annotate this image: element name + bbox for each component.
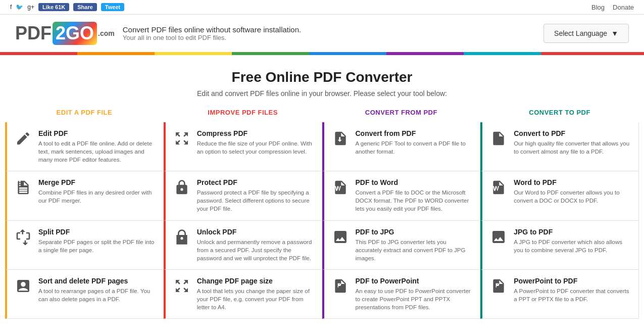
tool-convert-to-pdf[interactable]: Convert to PDF Our high quality file con… <box>480 122 639 171</box>
fb-like-button[interactable]: Like 61K <box>38 3 69 11</box>
language-select-button[interactable]: Select Language ▼ <box>543 24 629 43</box>
convert-from-pdf-icon <box>331 129 350 148</box>
tool-edit-pdf[interactable]: Edit PDF A tool to edit a PDF file onlin… <box>5 122 164 171</box>
ppt-to-pdf-title: PowerPoint to PDF <box>514 277 631 285</box>
tool-pdf-to-jpg[interactable]: PDF to JPG This PDF to JPG converter let… <box>322 221 481 270</box>
blog-link[interactable]: Blog <box>591 4 605 11</box>
header-left: PDF 2GO .com Convert PDF files online wi… <box>15 22 301 45</box>
col-header-edit: EDIT A PDF FILE <box>5 107 164 118</box>
unlock-pdf-desc: Unlock and permanently remove a password… <box>197 238 315 262</box>
page-title: Free Online PDF Converter <box>10 69 634 85</box>
tagline-main: Convert PDF files online without softwar… <box>123 25 302 34</box>
logo-pdf: PDF <box>15 23 52 44</box>
logo-2go: 2GO <box>53 22 97 45</box>
edit-pdf-info: Edit PDF A tool to edit a PDF file onlin… <box>38 129 156 164</box>
top-bar: f 🐦 g+ Like 61K Share Tweet Blog Donate <box>0 0 644 15</box>
pdf-to-jpg-icon <box>331 228 350 246</box>
change-page-size-info: Change PDF page size A tool that lets yo… <box>197 277 315 311</box>
unlock-pdf-info: Unlock PDF Unlock and permanently remove… <box>197 228 315 262</box>
merge-pdf-info: Merge PDF Combine PDF files in any desir… <box>38 178 156 205</box>
pdf-to-jpg-info: PDF to JPG This PDF to JPG converter let… <box>356 228 473 262</box>
logo-tagline: Convert PDF files online without softwar… <box>123 25 302 41</box>
tool-convert-from-pdf[interactable]: Convert from PDF A generic PDF Tool to c… <box>322 122 481 171</box>
change-page-size-title: Change PDF page size <box>197 277 315 285</box>
col-header-from: CONVERT FROM PDF <box>322 107 481 118</box>
col-header-improve: IMPROVE PDF FILES <box>164 107 322 118</box>
split-pdf-desc: Separate PDF pages or split the PDF file… <box>38 238 156 254</box>
social-buttons: f 🐦 g+ Like 61K Share Tweet <box>10 3 124 11</box>
compress-pdf-title: Compress PDF <box>197 129 315 137</box>
convert-from-pdf-title: Convert from PDF <box>356 129 473 137</box>
edit-pdf-title: Edit PDF <box>38 129 156 137</box>
tool-compress-pdf[interactable]: Compress PDF Reduce the file size of you… <box>164 122 322 171</box>
ppt-to-pdf-desc: A PowerPoint to PDF converter that conve… <box>514 287 631 303</box>
tools-grid: Edit PDF A tool to edit a PDF file onlin… <box>0 122 644 319</box>
sort-delete-icon <box>14 277 32 295</box>
jpg-to-pdf-icon <box>489 228 508 246</box>
pdf-to-word-title: PDF to Word <box>356 178 473 186</box>
tool-sort-delete[interactable]: Sort and delete PDF pages A tool to rear… <box>5 270 164 319</box>
pdf-to-jpg-title: PDF to JPG <box>356 228 473 236</box>
compress-pdf-icon <box>173 129 191 148</box>
word-to-pdf-info: Word to PDF Our Word to PDF converter al… <box>514 178 631 205</box>
protect-pdf-info: Protect PDF Password protect a PDF file … <box>197 178 315 213</box>
page-subtitle: Edit and convert PDF files online in you… <box>10 89 634 98</box>
tool-protect-pdf[interactable]: Protect PDF Password protect a PDF file … <box>164 171 322 220</box>
tagline-sub: Your all in one tool to edit PDF files. <box>123 34 302 41</box>
pdf-to-word-icon <box>331 178 350 197</box>
ppt-to-pdf-info: PowerPoint to PDF A PowerPoint to PDF co… <box>514 277 631 303</box>
change-page-size-desc: A tool that lets you change the paper si… <box>197 287 315 311</box>
merge-pdf-title: Merge PDF <box>38 178 156 186</box>
convert-from-pdf-desc: A generic PDF Tool to convert a PDF file… <box>356 139 473 156</box>
logo: PDF 2GO .com <box>15 22 115 45</box>
tool-split-pdf[interactable]: Split PDF Separate PDF pages or split th… <box>5 221 164 270</box>
unlock-pdf-icon <box>173 228 191 246</box>
convert-to-pdf-title: Convert to PDF <box>514 129 631 137</box>
tool-change-page-size[interactable]: Change PDF page size A tool that lets yo… <box>164 270 322 319</box>
pdf-to-jpg-desc: This PDF to JPG converter lets you accur… <box>356 238 473 262</box>
split-pdf-info: Split PDF Separate PDF pages or split th… <box>38 228 156 254</box>
tool-word-to-pdf[interactable]: Word to PDF Our Word to PDF converter al… <box>480 171 639 220</box>
convert-to-pdf-info: Convert to PDF Our high quality file con… <box>514 129 631 156</box>
change-page-size-icon <box>173 277 191 295</box>
hero-section: Free Online PDF Converter Edit and conve… <box>0 55 644 107</box>
pdf-to-word-desc: Convert a PDF file to DOC or the Microso… <box>356 188 473 213</box>
header: PDF 2GO .com Convert PDF files online wi… <box>0 15 644 52</box>
tool-pdf-to-word[interactable]: PDF to Word Convert a PDF file to DOC or… <box>322 171 481 220</box>
word-to-pdf-icon <box>489 178 508 197</box>
pdf-to-word-info: PDF to Word Convert a PDF file to DOC or… <box>356 178 473 213</box>
protect-pdf-title: Protect PDF <box>197 178 315 186</box>
jpg-to-pdf-info: JPG to PDF A JPG to PDF converter which … <box>514 228 631 254</box>
tw-tweet-button[interactable]: Tweet <box>101 3 124 11</box>
tool-jpg-to-pdf[interactable]: JPG to PDF A JPG to PDF converter which … <box>480 221 639 270</box>
tool-unlock-pdf[interactable]: Unlock PDF Unlock and permanently remove… <box>164 221 322 270</box>
column-headers: EDIT A PDF FILE IMPROVE PDF FILES CONVER… <box>0 107 644 118</box>
sort-delete-title: Sort and delete PDF pages <box>38 277 156 285</box>
merge-pdf-desc: Combine PDF files in any desired order w… <box>38 188 156 205</box>
col-header-to: CONVERT TO PDF <box>480 107 639 118</box>
fb-share-button[interactable]: Share <box>73 3 97 11</box>
twitter-icon: 🐦 <box>16 4 23 11</box>
googleplus-icon: g+ <box>27 4 34 11</box>
sort-delete-desc: A tool to rearrange pages of a PDF file.… <box>38 287 156 303</box>
protect-pdf-icon <box>173 178 191 197</box>
word-to-pdf-title: Word to PDF <box>514 178 631 186</box>
lang-select-label: Select Language <box>554 29 607 37</box>
tool-ppt-to-pdf[interactable]: PowerPoint to PDF A PowerPoint to PDF co… <box>480 270 639 319</box>
split-pdf-title: Split PDF <box>38 228 156 236</box>
unlock-pdf-title: Unlock PDF <box>197 228 315 236</box>
convert-to-pdf-desc: Our high quality file converter that all… <box>514 139 631 156</box>
pdf-to-ppt-info: PDF to PowerPoint An easy to use PDF to … <box>356 277 473 311</box>
facebook-icon: f <box>10 4 12 11</box>
jpg-to-pdf-desc: A JPG to PDF converter which also allows… <box>514 238 631 254</box>
donate-link[interactable]: Donate <box>613 4 634 11</box>
merge-pdf-icon <box>14 178 32 197</box>
pdf-to-ppt-title: PDF to PowerPoint <box>356 277 473 285</box>
protect-pdf-desc: Password protect a PDF file by specifyin… <box>197 188 315 213</box>
tool-pdf-to-ppt[interactable]: PDF to PowerPoint An easy to use PDF to … <box>322 270 481 319</box>
tool-merge-pdf[interactable]: Merge PDF Combine PDF files in any desir… <box>5 171 164 220</box>
top-links: Blog Donate <box>591 4 634 11</box>
ppt-to-pdf-icon <box>489 277 508 295</box>
edit-pdf-icon <box>14 129 32 148</box>
convert-to-pdf-icon <box>489 129 508 148</box>
